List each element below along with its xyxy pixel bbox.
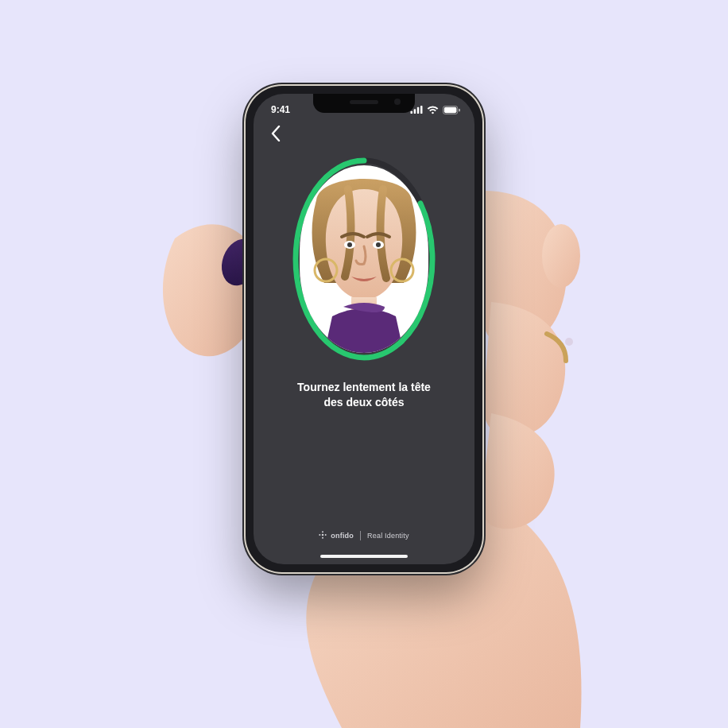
svg-point-1 [565,338,573,346]
footer-badge: onfido Real Identity [254,531,474,540]
svg-point-26 [325,534,327,536]
svg-rect-6 [411,111,413,114]
svg-rect-8 [417,107,420,114]
face-capture-area[interactable] [290,156,438,362]
phone-notch [313,94,415,113]
brand-logo-icon [319,531,327,540]
svg-point-25 [319,534,321,536]
status-time: 9:41 [271,104,290,115]
svg-point-0 [542,224,580,288]
wifi-icon [427,106,439,114]
brand-name: onfido [331,532,354,540]
face-preview [300,165,428,353]
svg-point-23 [322,531,323,532]
chevron-left-icon [270,126,281,145]
svg-point-22 [322,534,324,536]
instruction-line-1: Tournez lentement la tête [297,381,431,393]
back-button[interactable] [265,124,287,146]
brand: onfido [319,531,354,540]
footer-divider [360,531,361,540]
home-indicator [320,555,408,558]
phone-screen: 9:41 [254,94,474,564]
svg-point-17 [347,242,352,247]
svg-rect-11 [444,106,457,112]
instruction-line-2: des deux côtés [323,396,404,409]
battery-icon [443,106,460,114]
svg-point-24 [322,537,323,539]
svg-rect-9 [420,106,423,114]
svg-point-18 [376,242,381,247]
status-icons [410,106,460,114]
svg-rect-12 [459,108,460,111]
face-avatar [300,165,428,353]
brand-tagline: Real Identity [367,532,409,540]
instruction-text: Tournez lentement la tête des deux côtés [254,380,474,410]
svg-rect-7 [414,109,416,114]
phone-frame: 9:41 [246,86,482,572]
